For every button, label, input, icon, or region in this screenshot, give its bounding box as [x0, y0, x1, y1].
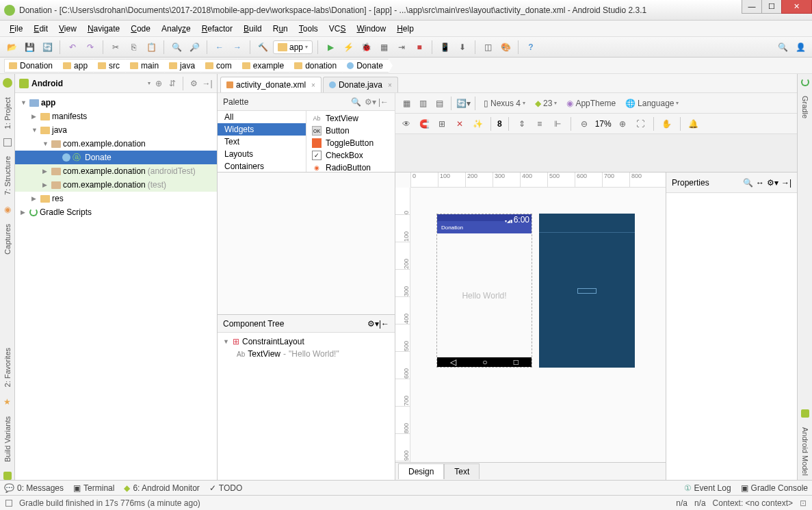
find-icon[interactable]: 🔍	[169, 40, 184, 55]
orientation-icon[interactable]: 🔄▾	[456, 97, 470, 110]
menu-build[interactable]: Build	[238, 23, 267, 35]
run-config-dropdown[interactable]: app ▾	[273, 40, 313, 54]
tree-donate-class[interactable]: ⓐDonate	[15, 151, 217, 164]
paste-icon[interactable]: 📋	[144, 40, 159, 55]
menu-tools[interactable]: Tools	[293, 23, 324, 35]
crumb-donation[interactable]: Donation	[4, 59, 58, 73]
crumb-example[interactable]: example	[237, 59, 289, 73]
copy-icon[interactable]: ⎘	[126, 40, 141, 55]
palette-checkbox[interactable]: ✓CheckBox	[306, 149, 395, 162]
menu-navigate[interactable]: Navigate	[82, 23, 125, 35]
subtab-design[interactable]: Design	[398, 463, 444, 479]
close-tab-icon[interactable]: ×	[311, 81, 315, 89]
tree-pkg-main[interactable]: ▼com.example.donation	[15, 137, 217, 151]
hide-icon[interactable]: →|	[781, 178, 791, 188]
tab-gradle-console[interactable]: ▣Gradle Console	[741, 483, 808, 493]
hide-icon[interactable]: |←	[378, 97, 389, 107]
tree-pkg-test[interactable]: ▶com.example.donation (test)	[15, 178, 217, 192]
tab-messages[interactable]: 💬0: Messages	[4, 483, 64, 493]
tab-android-monitor[interactable]: ◆6: Android Monitor	[124, 483, 199, 493]
tab-terminal[interactable]: ▣Terminal	[73, 483, 114, 493]
forward-icon[interactable]: →	[230, 40, 245, 55]
status-toggle-icon[interactable]	[5, 500, 12, 507]
close-tab-icon[interactable]: ×	[388, 81, 392, 89]
gear-icon[interactable]: ⚙▾	[367, 319, 379, 329]
save-icon[interactable]: 💾	[22, 40, 37, 55]
redo-icon[interactable]: ↷	[83, 40, 98, 55]
pan-icon[interactable]: ✋	[660, 117, 674, 131]
tab-event-log[interactable]: ①Event Log	[684, 483, 731, 493]
stop-icon[interactable]: ■	[412, 40, 427, 55]
sync-icon[interactable]: 🔄	[40, 40, 55, 55]
surface-blueprint-icon[interactable]: ▥	[416, 97, 430, 110]
menu-edit[interactable]: Edit	[28, 23, 53, 35]
palette-cat-all[interactable]: All	[218, 111, 306, 123]
attach-icon[interactable]: ⇥	[394, 40, 409, 55]
apply-changes-icon[interactable]: ⚡	[341, 40, 356, 55]
zoom-out-icon[interactable]: ⊖	[577, 117, 591, 131]
default-margins-icon[interactable]: ⊞	[435, 117, 449, 131]
crumb-main[interactable]: main	[125, 59, 164, 73]
magnet-icon[interactable]: 🧲	[417, 117, 431, 131]
design-canvas[interactable]: 0100200300400500600700800 01002003004005…	[395, 173, 666, 462]
tree-gradle-scripts[interactable]: ▶Gradle Scripts	[15, 205, 217, 219]
subtab-text[interactable]: Text	[444, 463, 480, 479]
avd-icon[interactable]: 📱	[437, 40, 452, 55]
tab-android-model[interactable]: Android Model	[800, 423, 811, 480]
menu-analyze[interactable]: Analyze	[156, 23, 196, 35]
target-icon[interactable]: ⊕	[153, 78, 164, 89]
tree-res[interactable]: ▶res	[15, 192, 217, 205]
default-margin-value[interactable]: 8	[497, 119, 502, 129]
crumb-src[interactable]: src	[93, 59, 125, 73]
help-icon[interactable]: ?	[523, 40, 538, 55]
profile-icon[interactable]: ▦	[376, 40, 391, 55]
tree-app[interactable]: ▼app	[15, 96, 217, 110]
sdk-icon[interactable]: ⬇	[455, 40, 470, 55]
zoom-in-icon[interactable]: ⊕	[616, 117, 629, 131]
palette-togglebutton[interactable]: ToggleButton	[306, 137, 395, 149]
tab-structure[interactable]: 7: Structure	[2, 152, 13, 199]
gear-icon[interactable]: ⚙▾	[365, 97, 376, 107]
tab-project[interactable]: 1: Project	[2, 93, 13, 133]
device-selector[interactable]: ▯Nexus 4▾	[480, 97, 529, 110]
gear-icon[interactable]: ⚙	[188, 78, 199, 89]
pack-icon[interactable]: ⇕	[515, 117, 529, 131]
crumb-app[interactable]: app	[58, 59, 93, 73]
hide-icon[interactable]: |←	[379, 319, 389, 329]
blueprint-textview[interactable]	[577, 288, 597, 294]
make-icon[interactable]: 🔨	[255, 40, 270, 55]
search-icon[interactable]: 🔍	[743, 178, 753, 188]
align-icon[interactable]: ≡	[533, 117, 547, 131]
tab-build-variants[interactable]: Build Variants	[2, 412, 13, 466]
menu-window[interactable]: Window	[351, 23, 391, 35]
theme-editor-icon[interactable]: 🎨	[498, 40, 513, 55]
palette-radiobutton[interactable]: ◉RadioButton	[306, 162, 395, 172]
tab-captures[interactable]: Captures	[2, 220, 13, 259]
surface-both-icon[interactable]: ▤	[432, 97, 446, 110]
expand-icon[interactable]: ↔	[756, 178, 764, 188]
clear-constraints-icon[interactable]: ✕	[453, 117, 467, 131]
blueprint-preview[interactable]	[539, 214, 635, 368]
menu-file[interactable]: File	[4, 23, 28, 35]
open-icon[interactable]: 📂	[4, 40, 19, 55]
tab-favorites[interactable]: 2: Favorites	[2, 344, 13, 391]
palette-textview[interactable]: AbTextView	[306, 112, 395, 125]
gear-icon[interactable]: ⚙▾	[767, 178, 778, 188]
tab-donate-java[interactable]: Donate.java×	[323, 77, 398, 92]
search-everywhere-icon[interactable]: 🔍	[775, 40, 790, 55]
guideline-icon[interactable]: ⊩	[551, 117, 564, 131]
palette-cat-text[interactable]: Text	[218, 136, 306, 148]
menu-vcs[interactable]: VCS	[324, 23, 352, 35]
palette-button[interactable]: OKButton	[306, 125, 395, 137]
infer-constraints-icon[interactable]: ✨	[471, 117, 484, 131]
crumb-java[interactable]: java	[164, 59, 200, 73]
collapse-icon[interactable]: ⇵	[167, 78, 178, 89]
minimize-button[interactable]: —	[742, 0, 762, 14]
tree-pkg-androidtest[interactable]: ▶com.example.donation (androidTest)	[15, 164, 217, 178]
back-icon[interactable]: ←	[212, 40, 227, 55]
palette-cat-layouts[interactable]: Layouts	[218, 148, 306, 160]
tab-todo[interactable]: ✓TODO	[209, 483, 242, 493]
palette-cat-containers[interactable]: Containers	[218, 160, 306, 172]
preview-body[interactable]: Hello World!	[437, 233, 532, 357]
close-button[interactable]: ✕	[781, 0, 812, 14]
